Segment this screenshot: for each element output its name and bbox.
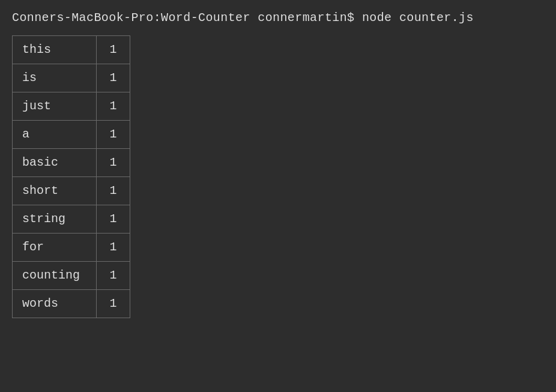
count-cell: 1	[97, 205, 130, 234]
table-row: is1	[13, 64, 130, 92]
word-cell: words	[13, 290, 97, 318]
table-row: just1	[13, 92, 130, 121]
word-cell: a	[13, 121, 97, 149]
count-cell: 1	[97, 234, 130, 262]
command-line: Conners-MacBook-Pro:Word-Counter connerm…	[12, 11, 544, 25]
word-cell: for	[13, 234, 97, 262]
word-cell: string	[13, 205, 97, 234]
count-cell: 1	[97, 64, 130, 92]
count-cell: 1	[97, 92, 130, 121]
table-row: for1	[13, 234, 130, 262]
table-row: this1	[13, 36, 130, 64]
word-cell: just	[13, 92, 97, 121]
table-row: counting1	[13, 262, 130, 290]
word-count-table: this1is1just1a1basic1short1string1for1co…	[12, 35, 130, 318]
count-cell: 1	[97, 262, 130, 290]
count-cell: 1	[97, 149, 130, 177]
table-row: words1	[13, 290, 130, 318]
count-cell: 1	[97, 121, 130, 149]
table-row: short1	[13, 177, 130, 205]
word-cell: counting	[13, 262, 97, 290]
table-row: string1	[13, 205, 130, 234]
word-cell: is	[13, 64, 97, 92]
table-row: a1	[13, 121, 130, 149]
count-cell: 1	[97, 36, 130, 64]
word-cell: basic	[13, 149, 97, 177]
word-cell: short	[13, 177, 97, 205]
terminal-window: Conners-MacBook-Pro:Word-Counter connerm…	[0, 0, 556, 392]
count-cell: 1	[97, 290, 130, 318]
table-row: basic1	[13, 149, 130, 177]
word-cell: this	[13, 36, 97, 64]
count-cell: 1	[97, 177, 130, 205]
